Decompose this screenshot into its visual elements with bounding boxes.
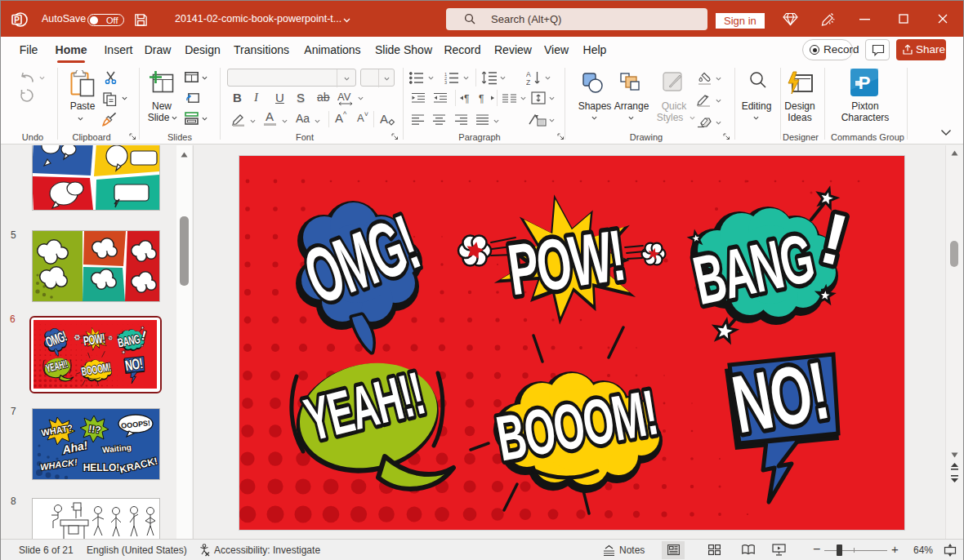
svg-text:3: 3 [444,80,447,84]
svg-text:Z: Z [526,78,530,86]
svg-text:P: P [14,16,20,24]
svg-text:!!?: !!? [87,423,101,436]
svg-text:¶: ¶ [464,93,469,104]
svg-text:¶: ¶ [479,93,484,104]
svg-text:HELLO!: HELLO! [83,462,120,473]
svg-text:A: A [526,70,531,78]
svg-text:AV: AV [337,91,351,103]
svg-text:A: A [380,112,388,126]
